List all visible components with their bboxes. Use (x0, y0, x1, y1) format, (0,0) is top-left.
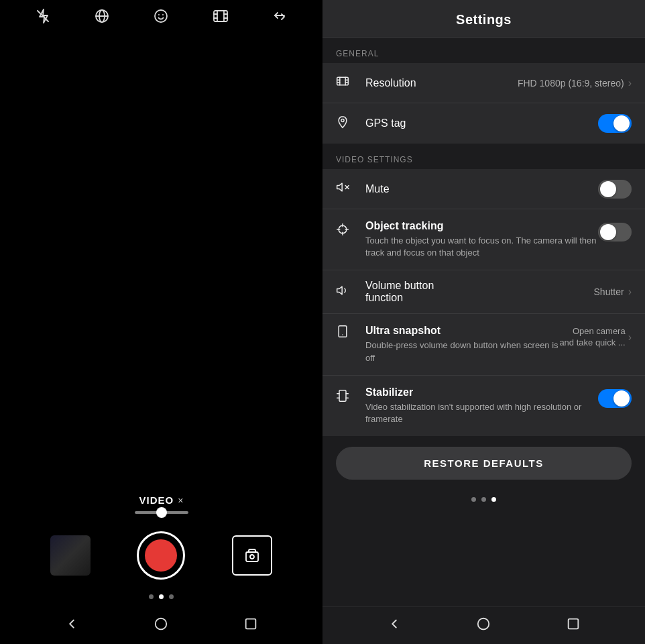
right-page-dots (322, 490, 645, 508)
resolution-item[interactable]: Resolution FHD 1080p (16:9, stereo) › (322, 63, 645, 103)
zoom-slider[interactable] (135, 511, 188, 514)
resolution-icon (336, 74, 357, 91)
svg-rect-43 (569, 619, 579, 629)
video-settings-header: VIDEO SETTINGS (322, 144, 645, 169)
video-settings-label: VIDEO SETTINGS (336, 155, 413, 164)
right-dot-3 (491, 497, 496, 502)
home-button-right[interactable] (476, 616, 491, 635)
dot-2 (159, 594, 164, 599)
snapshot-icon (244, 547, 260, 564)
svg-rect-18 (337, 77, 349, 85)
video-mode-label: VIDEO (139, 494, 174, 506)
zoom-slider-thumb (156, 507, 167, 518)
settings-panel: Settings GENERAL (322, 0, 645, 644)
gps-right (598, 114, 632, 133)
mute-item: Mute (322, 169, 645, 209)
restore-defaults-button[interactable]: RESTORE DEFAULTS (336, 447, 632, 480)
general-group: Resolution FHD 1080p (16:9, stereo) › GP… (322, 63, 645, 144)
crosshair-icon (336, 223, 357, 239)
svg-point-6 (162, 14, 164, 15)
gps-icon (336, 115, 357, 132)
svg-rect-35 (339, 326, 347, 337)
resolution-chevron: › (628, 77, 632, 89)
volume-icon (336, 284, 357, 301)
volume-button-title: Volume buttonfunction (365, 280, 434, 303)
volume-button-chevron: › (628, 286, 632, 298)
ultra-snapshot-item[interactable]: Ultra snapshot Double-press volume down … (322, 314, 645, 375)
volume-button-value: Shutter (594, 286, 624, 297)
volume-button-right: Shutter › (594, 286, 632, 298)
object-tracking-content: Object tracking Touch the object you wan… (365, 220, 598, 259)
resolution-right: FHD 1080p (16:9, stereo) › (518, 77, 632, 89)
ultra-snapshot-title: Ultra snapshot (365, 325, 559, 337)
video-mode-close[interactable]: × (178, 495, 183, 506)
svg-point-15 (250, 555, 254, 559)
right-dot-1 (471, 497, 476, 502)
back-button-right[interactable] (387, 616, 402, 635)
object-tracking-right (598, 220, 632, 241)
back-button-left[interactable] (64, 616, 79, 635)
mute-title: Mute (365, 183, 390, 195)
svg-point-4 (155, 10, 167, 22)
phone-volume-icon (336, 325, 357, 341)
zoom-slider-row (0, 511, 322, 514)
ultra-snapshot-value: Open camera and take quick ... (559, 326, 626, 349)
stabilizer-item: Stabilizer Video stabilization isn't sup… (322, 376, 645, 436)
mute-content: Mute (365, 183, 598, 195)
gallery-thumbnail[interactable] (50, 535, 91, 576)
object-tracking-title: Object tracking (365, 220, 598, 232)
object-tracking-subtitle: Touch the object you want to focus on. T… (365, 235, 598, 259)
ultra-snapshot-right: Open camera and take quick ... › (559, 325, 632, 349)
svg-rect-7 (214, 11, 227, 21)
object-tracking-toggle[interactable] (598, 223, 632, 241)
right-nav-bar (322, 606, 645, 644)
flash-off-icon[interactable] (35, 8, 51, 28)
mute-right (598, 180, 632, 199)
volume-button-item[interactable]: Volume buttonfunction Shutter › (322, 270, 645, 314)
svg-point-42 (478, 619, 489, 630)
restore-defaults-container: RESTORE DEFAULTS (322, 436, 645, 490)
stabilizer-right (598, 386, 632, 408)
svg-point-5 (158, 14, 160, 15)
record-inner (145, 539, 177, 572)
settings-title: Settings (336, 12, 632, 28)
dot-1 (149, 594, 154, 599)
thumbnail-image (50, 535, 91, 576)
gps-content: GPS tag (365, 117, 598, 129)
stabilizer-thumb (613, 390, 630, 407)
settings-content: GENERAL Resolution (322, 38, 645, 606)
ultra-snapshot-chevron: › (628, 331, 632, 343)
gps-title: GPS tag (365, 117, 406, 129)
mute-toggle-thumb (600, 181, 616, 197)
timer-icon[interactable] (272, 8, 288, 28)
svg-marker-26 (337, 183, 343, 191)
resolution-title: Resolution (365, 77, 416, 89)
volume-button-content: Volume buttonfunction (365, 280, 594, 304)
mute-toggle[interactable] (598, 180, 632, 199)
emoji-icon[interactable] (153, 8, 169, 28)
settings-header: Settings (322, 0, 645, 38)
recents-button-left[interactable] (243, 616, 258, 635)
dot-3 (169, 594, 174, 599)
svg-point-25 (341, 119, 344, 121)
mute-icon (336, 180, 357, 197)
svg-marker-34 (337, 286, 343, 294)
stabilizer-title: Stabilizer (365, 386, 598, 398)
stabilizer-toggle[interactable] (598, 389, 632, 408)
recents-button-right[interactable] (566, 616, 581, 635)
ultra-snapshot-content: Ultra snapshot Double-press volume down … (365, 325, 559, 364)
record-button[interactable] (137, 531, 185, 580)
object-tracking-thumb (600, 224, 616, 240)
resolution-content: Resolution (365, 77, 518, 89)
gps-toggle-thumb (613, 115, 630, 131)
stabilizer-subtitle: Video stabilization isn't supported with… (365, 401, 598, 425)
world-icon[interactable] (94, 8, 110, 28)
snapshot-button[interactable] (232, 535, 272, 576)
resolution-value: FHD 1080p (16:9, stereo) (518, 78, 624, 89)
left-page-dots (0, 586, 322, 607)
stabilizer-content: Stabilizer Video stabilization isn't sup… (365, 386, 598, 425)
home-button-left[interactable] (154, 616, 168, 635)
svg-point-16 (156, 619, 167, 630)
film-icon[interactable] (213, 8, 229, 28)
gps-toggle[interactable] (598, 114, 632, 133)
